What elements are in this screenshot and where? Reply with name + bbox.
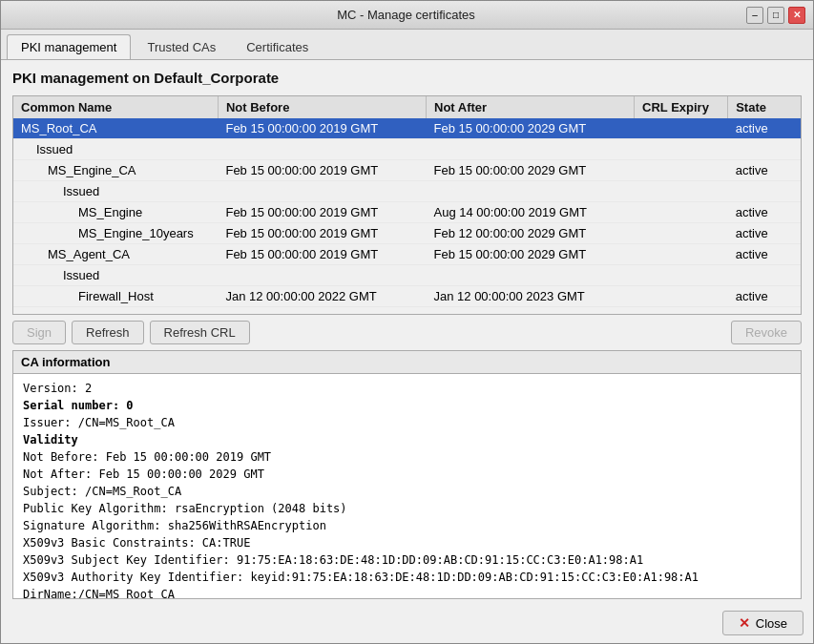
col-not-after: Not After	[427, 96, 635, 118]
cell-common-name: Issued	[13, 139, 218, 160]
window-title: MC - Manage certificates	[66, 8, 746, 22]
table-row[interactable]: MS_Agent_CAFeb 15 00:00:00 2019 GMTFeb 1…	[13, 244, 801, 265]
cell-common-name: MS_Engine_10years	[13, 223, 218, 244]
cell-not-before: Jan 12 00:00:00 2022 GMT	[218, 286, 426, 307]
table-row[interactable]: Issued	[13, 139, 801, 160]
table-row[interactable]: MS_Engine_10yearsFeb 15 00:00:00 2019 GM…	[13, 223, 801, 244]
ca-info-line: Version: 2	[23, 380, 791, 397]
table-row[interactable]: Issued	[13, 181, 801, 202]
cell-crl-expiry	[635, 265, 728, 286]
col-common-name: Common Name	[13, 96, 218, 118]
col-state: State	[728, 96, 801, 118]
ca-info-line: X509v3 Subject Key Identifier: 91:75:EA:…	[23, 551, 791, 569]
cell-common-name: MS_Agent_CA	[13, 244, 218, 265]
ca-info-line: Public Key Algorithm: rsaEncryption (204…	[23, 500, 791, 517]
ca-info-line: DirName:/CN=MS_Root_CA	[23, 586, 791, 598]
ca-info-line: Validity	[23, 431, 791, 448]
col-crl-expiry: CRL Expiry	[635, 96, 728, 118]
cell-not-before: Feb 15 00:00:00 2019 GMT	[218, 223, 426, 244]
toolbar: Sign Refresh Refresh CRL Revoke	[12, 315, 802, 350]
ca-info-line: Serial number: 0	[23, 397, 791, 414]
ca-info-line: Signature Algorithm: sha256WithRSAEncryp…	[23, 517, 791, 534]
cell-common-name: Issued	[13, 181, 218, 202]
tab-pki-management[interactable]: PKI management	[7, 34, 131, 59]
cell-common-name: Firewall_Host	[13, 286, 218, 307]
cell-crl-expiry	[635, 244, 728, 265]
main-window: MC - Manage certificates – □ ✕ PKI manag…	[0, 0, 814, 644]
ca-info-line: Not After: Feb 15 00:00:00 2029 GMT	[23, 466, 791, 483]
cell-not-before: Feb 15 00:00:00 2019 GMT	[218, 202, 426, 223]
cell-not-after: Jan 12 00:00:00 2023 GMT	[427, 286, 635, 307]
content-area: PKI management on Default_Corporate Comm…	[1, 60, 813, 607]
certificate-table-container: Common Name Not Before Not After CRL Exp…	[12, 95, 802, 315]
cell-crl-expiry	[635, 202, 728, 223]
ca-info-header: CA information	[13, 351, 801, 374]
cell-state	[728, 139, 801, 160]
window-controls: – □ ✕	[746, 7, 805, 24]
ca-info-line: X509v3 Authority Key Identifier: keyid:9…	[23, 569, 791, 586]
cell-state: active	[728, 160, 801, 181]
certificate-table: Common Name Not Before Not After CRL Exp…	[13, 96, 801, 307]
cell-crl-expiry	[635, 118, 728, 139]
cell-state: active	[728, 202, 801, 223]
cell-not-after: Aug 14 00:00:00 2019 GMT	[427, 202, 635, 223]
table-row[interactable]: MS_Engine_CAFeb 15 00:00:00 2019 GMTFeb …	[13, 160, 801, 181]
cell-common-name: MS_Engine	[13, 202, 218, 223]
ca-info-line: X509v3 Basic Constraints: CA:TRUE	[23, 534, 791, 551]
cell-not-after: Feb 15 00:00:00 2029 GMT	[427, 118, 635, 139]
bottom-bar: ✕ Close	[1, 607, 813, 643]
cell-not-before: Feb 15 00:00:00 2019 GMT	[218, 160, 426, 181]
ca-info-section: CA information Version: 2Serial number: …	[12, 350, 802, 599]
sign-button[interactable]: Sign	[12, 321, 66, 344]
ca-info-content[interactable]: Version: 2Serial number: 0Issuer: /CN=MS…	[13, 374, 801, 598]
cell-crl-expiry	[635, 223, 728, 244]
cell-not-after: Feb 12 00:00:00 2029 GMT	[427, 223, 635, 244]
cell-not-before	[218, 265, 426, 286]
cell-state: active	[728, 223, 801, 244]
cell-not-after	[427, 265, 635, 286]
cell-not-after: Feb 15 00:00:00 2029 GMT	[427, 160, 635, 181]
table-row[interactable]: MS_EngineFeb 15 00:00:00 2019 GMTAug 14 …	[13, 202, 801, 223]
table-row[interactable]: Firewall_HostJan 12 00:00:00 2022 GMTJan…	[13, 286, 801, 307]
cell-state: active	[728, 118, 801, 139]
table-header-row: Common Name Not Before Not After CRL Exp…	[13, 96, 801, 118]
cell-not-before	[218, 181, 426, 202]
page-title: PKI management on Default_Corporate	[12, 70, 802, 86]
cell-common-name: Issued	[13, 265, 218, 286]
revoke-button[interactable]: Revoke	[731, 321, 802, 344]
cell-state: active	[728, 244, 801, 265]
tab-trusted-cas[interactable]: Trusted CAs	[133, 34, 230, 59]
cell-common-name: MS_Engine_CA	[13, 160, 218, 181]
maximize-button[interactable]: □	[767, 7, 784, 24]
tab-certificates[interactable]: Certificates	[232, 34, 323, 59]
cell-state	[728, 181, 801, 202]
ca-info-line: Issuer: /CN=MS_Root_CA	[23, 414, 791, 431]
table-row[interactable]: MS_Root_CAFeb 15 00:00:00 2019 GMTFeb 15…	[13, 118, 801, 139]
tabs-bar: PKI management Trusted CAs Certificates	[1, 30, 813, 60]
ca-info-line: Subject: /CN=MS_Root_CA	[23, 483, 791, 500]
cell-crl-expiry	[635, 160, 728, 181]
close-button[interactable]: ✕ Close	[722, 611, 804, 635]
close-label: Close	[756, 616, 787, 631]
cell-crl-expiry	[635, 139, 728, 160]
ca-info-line: Not Before: Feb 15 00:00:00 2019 GMT	[23, 448, 791, 466]
cell-not-before: Feb 15 00:00:00 2019 GMT	[218, 118, 426, 139]
window-close-button[interactable]: ✕	[788, 7, 805, 24]
titlebar: MC - Manage certificates – □ ✕	[1, 1, 813, 30]
cell-not-before	[218, 139, 426, 160]
cell-not-before: Feb 15 00:00:00 2019 GMT	[218, 244, 426, 265]
minimize-button[interactable]: –	[746, 7, 763, 24]
col-not-before: Not Before	[218, 96, 426, 118]
refresh-crl-button[interactable]: Refresh CRL	[150, 321, 250, 344]
close-icon: ✕	[739, 615, 750, 631]
cell-state	[728, 265, 801, 286]
table-row[interactable]: Issued	[13, 265, 801, 286]
cell-not-after	[427, 181, 635, 202]
cell-not-after: Feb 15 00:00:00 2029 GMT	[427, 244, 635, 265]
cell-not-after	[427, 139, 635, 160]
cell-crl-expiry	[635, 181, 728, 202]
cell-common-name: MS_Root_CA	[13, 118, 218, 139]
cell-state: active	[728, 286, 801, 307]
cell-crl-expiry	[635, 286, 728, 307]
refresh-button[interactable]: Refresh	[72, 321, 144, 344]
